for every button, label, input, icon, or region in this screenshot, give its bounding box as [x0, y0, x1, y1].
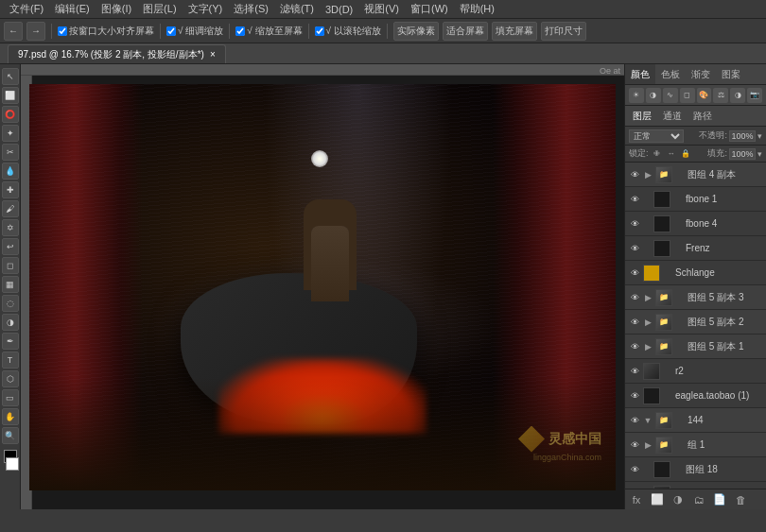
menu-layer[interactable]: 图层(L) [137, 0, 182, 18]
fill-screen-button[interactable]: 填充屏幕 [492, 22, 537, 41]
layer-visibility-toggle[interactable]: 👁 [629, 439, 640, 451]
blur-tool[interactable]: ◌ [2, 295, 19, 312]
adj-hue-icon[interactable]: 🎨 [697, 88, 712, 103]
lock-position-icon[interactable]: ↔ [666, 148, 677, 160]
menu-filter[interactable]: 滤镜(T) [274, 0, 320, 18]
layer-visibility-toggle[interactable]: 👁 [629, 341, 640, 352]
zoom-scale-check[interactable]: √ 细调缩放 [166, 25, 223, 38]
pen-tool[interactable]: ✒ [2, 333, 19, 350]
group-expand-arrow[interactable]: ▶ [643, 440, 653, 450]
eraser-tool[interactable]: ◻ [2, 257, 19, 274]
layer-visibility-toggle[interactable]: 👁 [629, 317, 640, 328]
menu-select[interactable]: 选择(S) [228, 0, 274, 18]
text-tool[interactable]: T [2, 352, 19, 369]
layer-item[interactable]: 👁▶📁图组 5 副本 1 [625, 335, 766, 359]
move-tool[interactable]: ↖ [2, 68, 19, 85]
fill-arrow[interactable]: ▾ [757, 149, 762, 159]
opacity-input[interactable] [729, 130, 756, 142]
menu-window[interactable]: 窗口(W) [405, 0, 454, 18]
layer-item[interactable]: 👁5888701_84932273380_2 [625, 482, 766, 489]
layer-item[interactable]: 👁eaglea.taobao (1) [625, 384, 766, 408]
lock-all-icon[interactable]: 🔒 [680, 148, 691, 160]
history-tool[interactable]: ↩ [2, 238, 19, 255]
tab-swatches[interactable]: 色板 [655, 64, 686, 84]
opacity-arrow[interactable]: ▾ [757, 131, 762, 141]
layers-tab[interactable]: 图层 [629, 110, 655, 123]
background-color[interactable] [6, 457, 19, 471]
menu-text[interactable]: 文字(Y) [183, 0, 229, 18]
layer-item[interactable]: 👁Frenz [625, 236, 766, 261]
adj-exposure-icon[interactable]: ◻ [680, 88, 695, 103]
layer-item[interactable]: 👁fbone 4 [625, 212, 766, 236]
layer-visibility-toggle[interactable]: 👁 [629, 267, 640, 279]
gradient-tool[interactable]: ▦ [2, 276, 19, 293]
brush-tool[interactable]: 🖌 [2, 200, 19, 217]
document-tab[interactable]: 97.psd @ 16.7% (投影 2 副本, 投影组/副本*) × [8, 44, 226, 63]
menu-edit[interactable]: 编辑(E) [49, 0, 96, 18]
actual-pixels-button[interactable]: 实际像素 [393, 22, 439, 41]
layer-visibility-toggle[interactable]: 👁 [629, 218, 640, 230]
crop-tool[interactable]: ✂ [2, 144, 19, 161]
group-expand-arrow[interactable]: ▶ [643, 293, 653, 302]
layer-visibility-toggle[interactable]: 👁 [629, 366, 640, 377]
group-expand-arrow[interactable]: ▶ [643, 170, 653, 180]
delete-layer-button[interactable]: 🗑 [733, 492, 748, 507]
shape-tool[interactable]: ▭ [2, 389, 19, 406]
tab-gradient[interactable]: 渐变 [686, 64, 716, 84]
dodge-tool[interactable]: ◑ [2, 314, 19, 331]
redo-button[interactable]: → [26, 22, 45, 41]
tab-pattern[interactable]: 图案 [716, 64, 746, 84]
lock-pixels-icon[interactable]: ✙ [652, 148, 663, 160]
zoom-all-windows-check[interactable]: 按窗口大小对齐屏幕 [58, 25, 154, 38]
layer-item[interactable]: 👁r2 [625, 359, 766, 384]
group-expand-arrow[interactable]: ▶ [643, 317, 653, 327]
layer-visibility-toggle[interactable]: 👁 [629, 489, 640, 489]
blend-mode-select[interactable]: 正常 正片叠底 叠加 [629, 129, 684, 143]
layer-item[interactable]: 👁▶📁图组 4 副本 [625, 163, 766, 187]
layer-item[interactable]: 👁Schlange [625, 261, 766, 285]
menu-file[interactable]: 文件(F) [4, 0, 49, 18]
fit-screen-button[interactable]: 适合屏幕 [443, 22, 488, 41]
tab-close-button[interactable]: × [210, 49, 216, 60]
zoom-fit-check[interactable]: √ 缩放至屏幕 [235, 25, 302, 38]
layer-visibility-toggle[interactable]: 👁 [629, 464, 640, 475]
clone-tool[interactable]: ✡ [2, 219, 19, 236]
layer-visibility-toggle[interactable]: 👁 [629, 292, 640, 303]
layer-visibility-toggle[interactable]: 👁 [629, 390, 640, 402]
layer-item[interactable]: 👁图组 18 [625, 457, 766, 482]
zoom-scroll-check[interactable]: √ 以滚轮缩放 [315, 25, 381, 38]
zoom-tool[interactable]: 🔍 [2, 427, 19, 444]
layer-item[interactable]: 👁▶📁图组 5 副本 3 [625, 285, 766, 310]
menu-image[interactable]: 图像(I) [96, 0, 137, 18]
menu-view[interactable]: 视图(V) [358, 0, 405, 18]
adj-brightness-icon[interactable]: ☀ [629, 88, 644, 103]
print-size-button[interactable]: 打印尺寸 [541, 22, 586, 41]
tab-color[interactable]: 颜色 [625, 64, 655, 84]
path-tool[interactable]: ⬡ [2, 370, 19, 387]
new-layer-button[interactable]: 📄 [712, 492, 727, 507]
group-expand-arrow[interactable]: ▶ [643, 342, 653, 352]
layer-item[interactable]: 👁fbone 1 [625, 187, 766, 212]
layer-visibility-toggle[interactable]: 👁 [629, 194, 640, 205]
adj-contrast-icon[interactable]: ◑ [646, 88, 661, 103]
layer-item[interactable]: 👁▼📁144 [625, 408, 766, 433]
adj-photo-icon[interactable]: 📷 [747, 88, 762, 103]
eyedropper-tool[interactable]: 💧 [2, 163, 19, 180]
fx-button[interactable]: fx [629, 492, 644, 507]
group-expand-arrow[interactable]: ▼ [643, 416, 653, 425]
canvas-content[interactable]: 灵感中国 lingganChina.com [21, 64, 624, 509]
healing-tool[interactable]: ✚ [2, 181, 19, 198]
paths-tab[interactable]: 路径 [689, 110, 716, 123]
lasso-tool[interactable]: ⭕ [2, 106, 19, 123]
add-mask-button[interactable]: ⬜ [650, 492, 665, 507]
new-group-button[interactable]: 🗂 [691, 492, 706, 507]
add-adjustment-button[interactable]: ◑ [670, 492, 686, 507]
layer-item[interactable]: 👁▶📁组 1 [625, 433, 766, 457]
layer-item[interactable]: 👁▶📁图组 5 副本 2 [625, 310, 766, 335]
layer-visibility-toggle[interactable]: 👁 [629, 169, 640, 180]
menu-3d[interactable]: 3D(D) [320, 0, 358, 18]
adj-black-white-icon[interactable]: ◑ [730, 88, 745, 103]
fill-input[interactable] [729, 148, 756, 160]
hand-tool[interactable]: ✋ [2, 408, 19, 425]
magic-wand-tool[interactable]: ✦ [2, 125, 19, 142]
